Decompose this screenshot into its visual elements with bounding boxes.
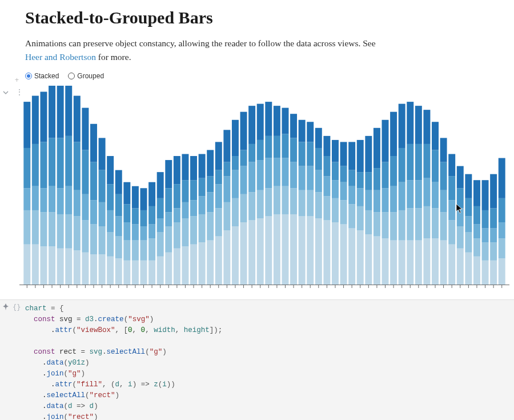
bar-segment <box>123 240 130 260</box>
bar-segment <box>182 218 188 246</box>
bar-segment <box>290 138 297 162</box>
bar-segment <box>223 176 230 202</box>
bar-segment <box>115 236 122 258</box>
bar-segment <box>282 186 288 214</box>
bar-segment <box>32 186 39 210</box>
bar-segment <box>57 188 64 214</box>
bar-segment <box>274 106 280 136</box>
bar-segment <box>182 246 188 285</box>
code-content[interactable]: chart = { const svg = d3.create("svg") .… <box>25 303 509 420</box>
bar-segment <box>74 95 81 142</box>
bar-segment <box>82 252 89 284</box>
bar-segment <box>107 210 114 232</box>
bar-segment <box>174 222 180 249</box>
bar-segment <box>332 162 339 180</box>
bar-segment <box>40 142 47 188</box>
bar-segment <box>207 192 214 212</box>
bar-segment <box>132 260 139 284</box>
bar-segment <box>65 186 72 214</box>
bar-segment <box>448 220 455 244</box>
bar-segment <box>190 244 197 284</box>
bar-segment <box>465 174 472 198</box>
bar-segment <box>140 226 147 241</box>
bar-segment <box>107 156 114 184</box>
bar-segment <box>307 190 314 216</box>
bar-segment <box>74 190 81 216</box>
bar-segment <box>382 162 389 188</box>
bar-segment <box>140 210 147 226</box>
bar-segment <box>165 226 172 253</box>
pin-icon[interactable] <box>2 303 9 312</box>
bar-segment <box>315 170 322 192</box>
bar-segment <box>174 156 180 184</box>
bar-segment <box>74 216 81 250</box>
radio-grouped[interactable]: Grouped <box>68 72 104 80</box>
bar-segment <box>482 260 489 284</box>
bar-segment <box>415 240 422 284</box>
bar-segment <box>140 240 147 260</box>
bar-segment <box>440 190 447 212</box>
bar-segment <box>49 138 55 186</box>
bar-segment <box>348 204 355 228</box>
bar-segment <box>307 216 314 285</box>
bar-segment <box>499 258 505 285</box>
bar-segment <box>365 190 372 210</box>
bar-segment <box>473 256 480 284</box>
bar-segment <box>440 212 447 240</box>
bar-segment <box>65 248 72 284</box>
radio-grouped-dot-icon <box>68 73 75 79</box>
bar-segment <box>215 142 222 170</box>
bar-segment <box>257 139 264 159</box>
bar-segment <box>432 208 439 238</box>
bar-segment <box>99 226 106 254</box>
bar-segment <box>432 182 439 208</box>
bar-segment <box>257 103 264 139</box>
bar-segment <box>257 190 264 218</box>
bar-segment <box>340 166 347 182</box>
bar-segment <box>323 196 330 220</box>
bar-segment <box>382 212 389 238</box>
bar-segment <box>140 260 147 284</box>
bar-segment <box>290 114 297 138</box>
bar-segment <box>399 103 405 147</box>
bar-segment <box>223 162 230 176</box>
code-cell[interactable]: {} chart = { const svg = d3.create("svg"… <box>0 299 514 420</box>
bar-segment <box>490 208 497 228</box>
bar-segment <box>257 218 264 285</box>
bar-segment <box>473 238 480 257</box>
bar-segment <box>473 206 480 224</box>
bar-segment <box>199 242 206 285</box>
add-cell-icon[interactable]: + <box>15 76 19 84</box>
bar-segment <box>399 182 405 210</box>
bar-segment <box>274 214 280 285</box>
bar-segment <box>248 106 255 144</box>
bar-segment <box>123 260 130 284</box>
intro-after: for more. <box>98 52 131 62</box>
radio-stacked-dot-icon <box>25 73 32 79</box>
bar-segment <box>432 150 439 182</box>
bar-segment <box>315 148 322 170</box>
bar-segment <box>132 240 139 260</box>
bar-segment <box>432 238 439 285</box>
bar-segment <box>365 135 372 171</box>
bar-segment <box>465 216 472 232</box>
bar-segment <box>340 142 347 166</box>
bar-segment <box>282 107 288 134</box>
bar-segment <box>282 134 288 158</box>
bar-segment <box>107 256 114 284</box>
collapse-chevron-icon[interactable] <box>2 89 9 98</box>
bar-segment <box>207 212 214 240</box>
bar-segment <box>174 184 180 208</box>
bar-segment <box>448 154 455 176</box>
bar-segment <box>240 194 247 222</box>
bar-segment <box>99 254 106 285</box>
bar-segment <box>340 182 347 200</box>
intro-link[interactable]: Heer and Robertson <box>25 52 96 62</box>
radio-stacked[interactable]: Stacked <box>25 72 59 80</box>
bar-segment <box>490 174 497 208</box>
bar-segment <box>107 184 114 210</box>
bar-segment <box>99 170 106 202</box>
bar-segment <box>215 236 222 284</box>
bar-segment <box>132 208 139 224</box>
bar-segment <box>382 238 389 285</box>
